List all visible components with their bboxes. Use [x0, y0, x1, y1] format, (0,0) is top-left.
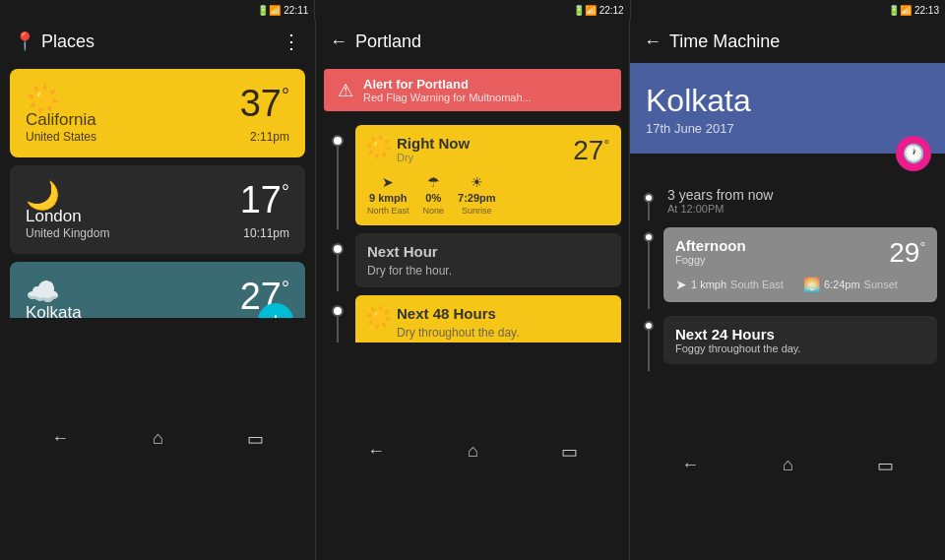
tm-row-afternoon: Afternoon Foggy 29° ➤ 1 kmph South East — [638, 220, 937, 309]
back-btn-tm[interactable]: ← — [671, 451, 709, 479]
card-kolkata-places[interactable]: ☁️ 27° Kolkata India 2:41am + — [10, 262, 305, 318]
status-time-2: 22:12 — [599, 5, 624, 16]
status-icons-3: 🔋📶 — [888, 5, 912, 16]
portland-timeline: ☀️ Right Now Dry 27° ➤ 9 kmph North East — [316, 117, 629, 342]
card-next-24h[interactable]: Next 24 Hours Foggy throughout the day. — [663, 316, 937, 364]
places-title: Places — [41, 31, 94, 52]
portland-header: ← Portland — [316, 20, 629, 63]
alert-title: Alert for Portland — [363, 77, 532, 92]
tm-stat-wind: ➤ 1 kmph South East — [675, 277, 784, 292]
tm-dot-0 — [644, 193, 654, 203]
panel-portland: ← Portland ⚠ Alert for Portland Red Flag… — [315, 20, 630, 560]
sub-next-48: Dry throughout the day. — [397, 326, 609, 340]
sub-next-hour: Dry for the hour. — [367, 264, 609, 278]
recents-btn-places[interactable]: ▭ — [237, 424, 274, 454]
alert-bar-portland: ⚠ Alert for Portland Red Flag Warning fo… — [324, 69, 621, 111]
wind-label: North East — [367, 206, 410, 216]
title-right-now: Right Now — [397, 135, 470, 152]
clock-button[interactable]: 🕐 — [896, 136, 931, 171]
card-afternoon[interactable]: Afternoon Foggy 29° ➤ 1 kmph South East — [663, 227, 937, 302]
time-california: 2:11pm — [250, 130, 289, 144]
future-time: At 12:00PM — [667, 203, 773, 215]
icon-next-48: ☀️ — [365, 305, 392, 331]
home-btn-tm[interactable]: ⌂ — [773, 451, 803, 479]
bottom-nav-portland: ← ⌂ ▭ — [316, 342, 629, 560]
tm-vline-1 — [648, 242, 650, 309]
timeline-dot-2 — [332, 305, 344, 317]
tm-sunset-val: 6:24pm — [824, 279, 860, 290]
places-header: 📍 Places ⋮ — [0, 20, 315, 63]
card-next-48[interactable]: ☀️ Next 48 Hours Dry throughout the day. — [355, 295, 621, 342]
back-btn-portland[interactable]: ← — [357, 437, 395, 466]
tm-dot-2 — [644, 321, 654, 331]
timeline-item-0: ☀️ Right Now Dry 27° ➤ 9 kmph North East — [324, 121, 621, 229]
timemachine-title: Time Machine — [669, 31, 780, 52]
title-next-hour: Next Hour — [367, 243, 609, 260]
tm-body: 3 years from now At 12:00PM — [630, 154, 945, 371]
tm-city: Kolkata — [646, 83, 929, 119]
status-bar-3: 🔋📶 22:13 — [631, 0, 945, 20]
future-label: 3 years from now — [667, 187, 773, 203]
timemachine-header: ← Time Machine — [630, 20, 945, 63]
timeline-vline-1 — [337, 255, 339, 291]
tm-sub-24h: Foggy throughout the day. — [675, 342, 925, 354]
panel-places: 📍 Places ⋮ ☀️ 37° California United Stat… — [0, 20, 315, 560]
wind-val: 9 kmph — [369, 192, 408, 204]
status-time-1: 22:11 — [284, 5, 308, 16]
timeline-dot-1 — [332, 243, 344, 255]
card-next-hour[interactable]: Next Hour Dry for the hour. — [355, 233, 621, 287]
timeline-vline-0 — [337, 147, 339, 229]
recents-btn-tm[interactable]: ▭ — [867, 451, 904, 480]
tm-dot-1 — [644, 232, 654, 242]
recents-btn-portland[interactable]: ▭ — [551, 437, 588, 467]
bottom-nav-places: ← ⌂ ▭ — [0, 318, 315, 561]
home-btn-portland[interactable]: ⌂ — [458, 437, 488, 466]
tm-row-24h: Next 24 Hours Foggy throughout the day. — [638, 309, 937, 371]
stat-wind: ➤ 9 kmph North East — [367, 174, 410, 216]
tm-vline-2 — [648, 331, 650, 371]
places-menu-btn[interactable]: ⋮ — [282, 30, 301, 53]
timeline-item-2: ☀️ Next 48 Hours Dry throughout the day. — [324, 291, 621, 342]
tm-row-label: 3 years from now At 12:00PM — [638, 177, 937, 220]
weather-icon-kolkata: ☁️ — [26, 276, 60, 308]
timeline-vline-2 — [337, 317, 339, 342]
status-time-3: 22:13 — [914, 5, 939, 16]
back-arrow-portland[interactable]: ← — [330, 31, 347, 52]
card-california[interactable]: ☀️ 37° California United States 2:11pm — [10, 69, 305, 157]
status-icons-2: 🔋📶 — [573, 5, 597, 16]
back-btn-places[interactable]: ← — [41, 424, 79, 453]
sunrise-label: Sunrise — [462, 206, 492, 216]
tm-temp-afternoon: 29° — [889, 237, 925, 269]
sunrise-val: 7:29pm — [458, 192, 496, 204]
tm-sub-afternoon: Foggy — [675, 254, 746, 266]
tm-stat-sunset: 🌅 6:24pm Sunset — [803, 277, 898, 292]
bottom-nav-tm: ← ⌂ ▭ — [630, 371, 945, 561]
wind-icon: ➤ — [382, 174, 394, 190]
tm-title-afternoon: Afternoon — [675, 237, 746, 254]
sunrise-icon: ☀ — [471, 174, 483, 190]
home-btn-places[interactable]: ⌂ — [143, 424, 173, 453]
stat-sunrise: ☀ 7:29pm Sunrise — [458, 174, 496, 216]
status-bar-2: 🔋📶 22:12 — [315, 0, 630, 20]
tm-wind-dir: South East — [730, 279, 784, 290]
card-right-now[interactable]: ☀️ Right Now Dry 27° ➤ 9 kmph North East — [355, 125, 621, 225]
sub-right-now: Dry — [397, 152, 470, 163]
status-icons-1: 🔋📶 — [257, 5, 281, 16]
portland-title: Portland — [355, 31, 421, 52]
timeline-item-1: Next Hour Dry for the hour. — [324, 229, 621, 291]
back-arrow-tm[interactable]: ← — [644, 31, 662, 52]
temp-right-now: 27° — [573, 135, 609, 166]
tm-wind-val: 1 kmph — [691, 279, 726, 290]
card-london[interactable]: 🌙 17° London United Kingdom 10:11pm — [10, 165, 305, 254]
tm-wind-icon: ➤ — [675, 277, 687, 292]
tm-title-24h: Next 24 Hours — [675, 326, 925, 342]
timeline-dot-0 — [332, 135, 344, 147]
tm-sunset-icon: 🌅 — [803, 277, 820, 292]
places-list: ☀️ 37° California United States 2:11pm 🌙… — [0, 63, 315, 318]
time-london: 10:11pm — [243, 226, 289, 240]
tm-sunset-label: Sunset — [864, 279, 898, 290]
stat-rain: ☂ 0% None — [423, 174, 445, 216]
tm-hero: Kolkata 17th June 2017 🕐 — [630, 63, 945, 154]
icon-right-now: ☀️ — [365, 135, 392, 160]
tm-timeline: 3 years from now At 12:00PM — [638, 177, 937, 371]
